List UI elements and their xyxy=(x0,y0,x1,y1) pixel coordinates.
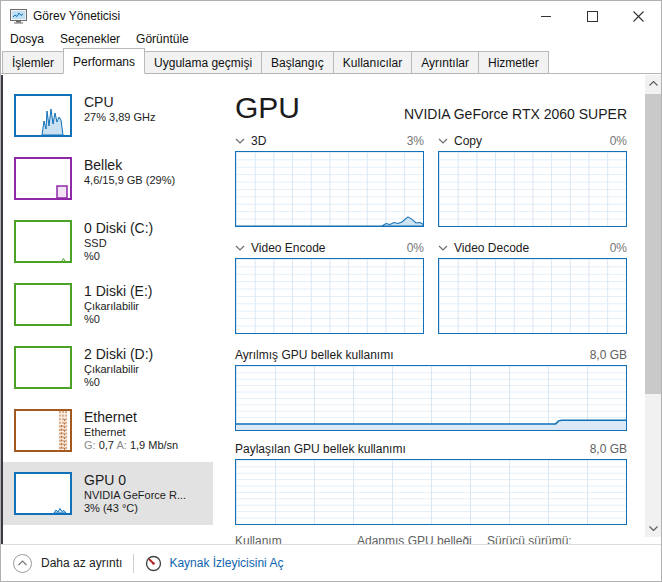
scroll-up-button[interactable] xyxy=(645,75,661,92)
engine-decode-label: Video Decode xyxy=(454,241,529,255)
shared-memory-chart xyxy=(235,459,627,525)
chevron-up-icon xyxy=(649,81,658,86)
resource-monitor-icon xyxy=(145,555,162,572)
tab-kullanicilar[interactable]: Kullanıcılar xyxy=(333,51,412,73)
disk1-mini-chart xyxy=(14,283,72,326)
close-button[interactable] xyxy=(615,1,661,31)
task-manager-window: Görev Yöneticisi Dosya Seçenekler Görünt… xyxy=(0,0,662,582)
performance-body: CPU 27% 3,89 GHz Bellek 4,6/15,9 GB (29%… xyxy=(1,75,661,546)
engine-decode-chart xyxy=(438,258,627,334)
chevron-up-icon xyxy=(18,560,27,566)
sidebar-item-disk2[interactable]: 2 Diski (D:) Çıkarılabilir %0 xyxy=(3,336,213,399)
cpu-mini-chart xyxy=(14,94,72,137)
status-bar: Daha az ayrıntı Kaynak İzleyicisini Aç xyxy=(1,544,661,581)
window-title: Görev Yöneticisi xyxy=(33,9,120,23)
disk0-mini-chart xyxy=(14,220,72,263)
dedicated-memory-chart xyxy=(235,365,627,431)
chevron-down-icon[interactable] xyxy=(235,245,245,251)
scroll-down-button[interactable] xyxy=(645,520,661,537)
engine-encode-chart xyxy=(235,258,424,334)
chevron-down-icon[interactable] xyxy=(438,245,448,251)
close-icon xyxy=(633,11,644,22)
ethernet-throughput: G: 0,7 A: 1,9 Mb/sn xyxy=(84,439,178,452)
disk1-usage: %0 xyxy=(84,313,152,326)
scrollbar-thumb[interactable] xyxy=(645,94,661,394)
sidebar-item-cpu[interactable]: CPU 27% 3,89 GHz xyxy=(3,84,213,147)
disk1-title: 1 Diski (E:) xyxy=(84,283,152,300)
minimize-icon xyxy=(541,11,552,22)
menu-dosya[interactable]: Dosya xyxy=(2,30,52,48)
disk2-title: 2 Diski (D:) xyxy=(84,346,153,363)
engine-3d-chart xyxy=(235,151,424,227)
dedicated-memory-max: 8,0 GB xyxy=(590,348,627,362)
cpu-stats: 27% 3,89 GHz xyxy=(84,111,156,124)
engine-copy-value: 0% xyxy=(610,134,627,148)
tab-baslangic[interactable]: Başlangıç xyxy=(261,51,334,73)
chevron-down-icon xyxy=(649,526,658,531)
engine-3d-label: 3D xyxy=(251,134,266,148)
minimize-button[interactable] xyxy=(523,1,569,31)
sidebar-item-disk0[interactable]: 0 Diski (C:) SSD %0 xyxy=(3,210,213,273)
ethernet-mini-chart xyxy=(14,409,72,452)
fewer-details-label[interactable]: Daha az ayrıntı xyxy=(41,556,122,570)
disk2-type: Çıkarılabilir xyxy=(84,363,153,376)
shared-memory-label: Paylaşılan GPU bellek kullanımı xyxy=(235,442,406,456)
tab-ayrintilar[interactable]: Ayrıntılar xyxy=(411,51,479,73)
shared-memory-max: 8,0 GB xyxy=(590,442,627,456)
performance-sidebar: CPU 27% 3,89 GHz Bellek 4,6/15,9 GB (29%… xyxy=(3,84,213,525)
cpu-title: CPU xyxy=(84,94,156,111)
disk2-mini-chart xyxy=(14,346,72,389)
engine-encode-value: 0% xyxy=(407,241,424,255)
gpu-device-name: NVIDIA GeForce RTX 2060 SUPER xyxy=(404,106,627,122)
gpu0-sparkline xyxy=(54,509,66,514)
sidebar-item-gpu0[interactable]: GPU 0 NVIDIA GeForce R... 3% (43 °C) xyxy=(3,462,213,525)
sidebar-item-ethernet[interactable]: Ethernet Ethernet G: 0,7 A: 1,9 Mb/sn xyxy=(3,399,213,462)
dedicated-memory-label: Ayrılmış GPU bellek kullanımı xyxy=(235,348,394,362)
sidebar-item-memory[interactable]: Bellek 4,6/15,9 GB (29%) xyxy=(3,147,213,210)
tab-performans[interactable]: Performans xyxy=(63,48,145,74)
title-bar: Görev Yöneticisi xyxy=(1,1,661,31)
maximize-button[interactable] xyxy=(569,1,615,31)
disk0-title: 0 Diski (C:) xyxy=(84,220,153,237)
chevron-down-icon[interactable] xyxy=(235,138,245,144)
engine-decode-value: 0% xyxy=(610,241,627,255)
ethernet-title: Ethernet xyxy=(84,409,178,426)
tab-strip: İşlemler Performans Uygulama geçmişi Baş… xyxy=(1,48,661,74)
memory-title: Bellek xyxy=(84,157,175,174)
tab-hizmetler[interactable]: Hizmetler xyxy=(478,51,549,73)
memory-mini-chart xyxy=(14,157,72,200)
menu-secenekler[interactable]: Seçenekler xyxy=(52,30,128,48)
disk0-type: SSD xyxy=(84,237,153,250)
disk0-sparkline xyxy=(62,259,65,262)
sidebar-item-disk1[interactable]: 1 Diski (E:) Çıkarılabilir %0 xyxy=(3,273,213,336)
engine-3d-value: 3% xyxy=(407,134,424,148)
task-manager-icon xyxy=(10,9,27,24)
cpu-sparkline xyxy=(42,109,63,135)
disk1-type: Çıkarılabilir xyxy=(84,300,152,313)
tab-uygulama-gecmisi[interactable]: Uygulama geçmişi xyxy=(144,51,262,73)
disk2-usage: %0 xyxy=(84,376,153,389)
ethernet-adapter: Ethernet xyxy=(84,426,178,439)
gpu-panel-title: GPU xyxy=(235,91,300,125)
engine-copy-label: Copy xyxy=(454,134,482,148)
memory-stats: 4,6/15,9 GB (29%) xyxy=(84,174,175,187)
gpu0-name: NVIDIA GeForce R... xyxy=(84,489,186,502)
gpu-detail-panel: GPU NVIDIA GeForce RTX 2060 SUPER 3D 3% … xyxy=(235,85,627,548)
tab-islemler[interactable]: İşlemler xyxy=(2,51,64,73)
window-controls xyxy=(523,1,661,31)
chevron-down-icon[interactable] xyxy=(438,138,448,144)
fewer-details-button[interactable] xyxy=(13,554,32,573)
engine-copy-chart xyxy=(438,151,627,227)
memory-usage-block xyxy=(57,186,67,198)
engine-3d-series xyxy=(236,217,423,226)
vertical-scrollbar[interactable] xyxy=(645,75,661,537)
resource-monitor-link[interactable]: Kaynak İzleyicisini Aç xyxy=(169,556,283,570)
disk0-usage: %0 xyxy=(84,250,153,263)
menu-bar: Dosya Seçenekler Görüntüle xyxy=(1,29,661,48)
menu-goruntule[interactable]: Görüntüle xyxy=(128,30,197,48)
gpu0-mini-chart xyxy=(14,472,72,515)
gpu0-title: GPU 0 xyxy=(84,472,186,489)
maximize-icon xyxy=(587,11,598,22)
gpu0-stats: 3% (43 °C) xyxy=(84,502,186,515)
dedicated-memory-fill xyxy=(236,420,626,430)
